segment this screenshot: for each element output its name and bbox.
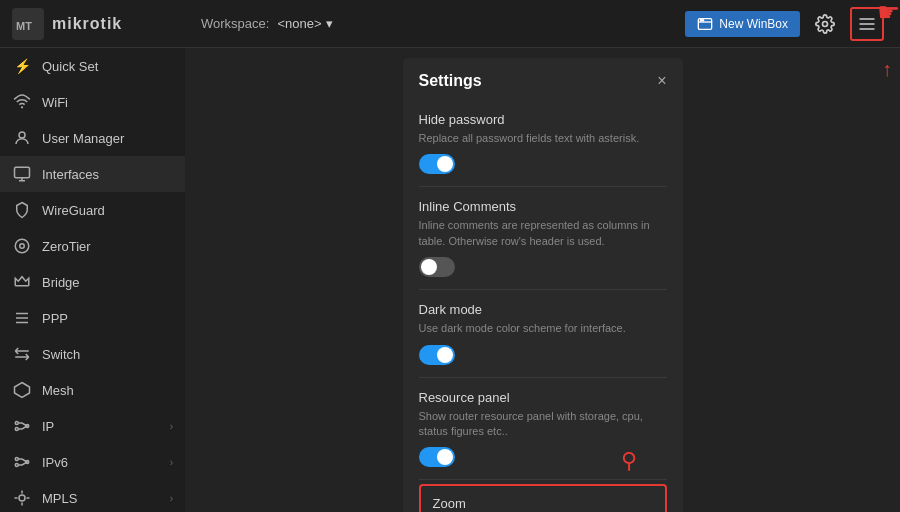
sidebar-item-ipv6[interactable]: IPv6 › [0,444,185,480]
sidebar-item-label: MPLS [42,491,77,506]
resource-panel-toggle[interactable] [419,447,455,467]
settings-icon-button[interactable] [808,7,842,41]
ppp-icon [12,308,32,328]
cursor-indicator: ⚲ [621,448,637,474]
hamburger-menu-button[interactable]: ☛ [850,7,884,41]
svg-point-11 [15,458,18,461]
modal-body: Hide password Replace all password field… [403,100,683,512]
hand-cursor-topbar: ☛ [877,0,900,28]
zoom-label: Zoom [433,496,653,511]
setting-resource-panel: Resource panel Show router resource pane… [419,378,667,481]
toggle-knob [437,347,453,363]
mpls-icon [12,488,32,508]
resource-panel-desc: Show router resource panel with storage,… [419,409,667,440]
sidebar-header: MT mikrotik [0,0,185,48]
content-area: ↑ Settings × Hide password Replace all p… [185,48,900,512]
svg-point-19 [823,21,828,26]
modal-header: Settings × [403,58,683,100]
sidebar-item-label: Quick Set [42,59,98,74]
sidebar-item-bridge[interactable]: Bridge [0,264,185,300]
workspace-select[interactable]: <none> ▾ [277,16,332,31]
chevron-right-icon: › [170,457,173,468]
sidebar-item-ppp[interactable]: PPP [0,300,185,336]
toggle-knob [437,449,453,465]
sidebar-item-label: Mesh [42,383,74,398]
svg-point-2 [21,106,23,108]
svg-point-9 [15,428,18,431]
chevron-right-icon: › [170,493,173,504]
hide-password-label: Hide password [419,112,667,127]
quick-set-icon: ⚡ [12,56,32,76]
setting-inline-comments: Inline Comments Inline comments are repr… [419,187,667,290]
main-area: Workspace: <none> ▾ New WinBox [185,0,900,512]
new-winbox-button[interactable]: New WinBox [685,11,800,37]
wireguard-icon [12,200,32,220]
new-winbox-label: New WinBox [719,17,788,31]
svg-point-12 [15,464,18,467]
sidebar-item-label: IPv6 [42,455,68,470]
inline-comments-toggle[interactable] [419,257,455,277]
chevron-down-icon: ▾ [326,16,333,31]
dark-mode-desc: Use dark mode color scheme for interface… [419,321,667,336]
inline-comments-label: Inline Comments [419,199,667,214]
interfaces-icon [12,164,32,184]
settings-modal: Settings × Hide password Replace all pas… [403,58,683,512]
svg-point-17 [701,19,702,20]
svg-rect-4 [15,167,30,178]
topbar: Workspace: <none> ▾ New WinBox [185,0,900,48]
dark-mode-toggle[interactable] [419,345,455,365]
svg-point-6 [20,244,25,249]
hide-password-toggle[interactable] [419,154,455,174]
svg-marker-7 [15,383,30,398]
bridge-icon [12,272,32,292]
sidebar-item-ip[interactable]: IP › [0,408,185,444]
toggle-knob [421,259,437,275]
dark-mode-label: Dark mode [419,302,667,317]
hide-password-desc: Replace all password fields text with as… [419,131,667,146]
workspace-value: <none> [277,16,321,31]
sidebar-item-quick-set[interactable]: ⚡ Quick Set [0,48,185,84]
sidebar-item-zerotier[interactable]: ZeroTier [0,228,185,264]
sidebar-item-label: Interfaces [42,167,99,182]
close-button[interactable]: × [657,73,666,89]
inline-comments-desc: Inline comments are represented as colum… [419,218,667,249]
svg-point-14 [19,495,25,501]
svg-point-5 [15,239,29,253]
sidebar-item-interfaces[interactable]: Interfaces [0,156,185,192]
sidebar: MT mikrotik ⚡ Quick Set WiFi User Manage… [0,0,185,512]
wifi-icon [12,92,32,112]
modal-overlay[interactable]: Settings × Hide password Replace all pas… [185,48,900,512]
setting-dark-mode: Dark mode Use dark mode color scheme for… [419,290,667,377]
mikrotik-logo: MT [12,8,44,40]
sidebar-item-wifi[interactable]: WiFi [0,84,185,120]
sidebar-item-label: Bridge [42,275,80,290]
sidebar-item-mesh[interactable]: Mesh [0,372,185,408]
workspace-label: Workspace: [201,16,269,31]
sidebar-item-label: Switch [42,347,80,362]
sidebar-item-label: ZeroTier [42,239,91,254]
ip-icon [12,416,32,436]
zerotier-icon [12,236,32,256]
winbox-icon [697,16,713,32]
chevron-right-icon: › [170,421,173,432]
sidebar-item-wireguard[interactable]: WireGuard [0,192,185,228]
svg-text:MT: MT [16,20,32,32]
svg-point-3 [19,132,25,138]
sidebar-item-label: User Manager [42,131,124,146]
setting-hide-password: Hide password Replace all password field… [419,100,667,187]
sidebar-item-user-manager[interactable]: User Manager [0,120,185,156]
user-manager-icon [12,128,32,148]
sidebar-item-switch[interactable]: Switch [0,336,185,372]
sidebar-item-label: WireGuard [42,203,105,218]
resource-panel-label: Resource panel [419,390,667,405]
modal-title: Settings [419,72,482,90]
app-name: mikrotik [52,15,122,33]
sidebar-item-label: PPP [42,311,68,326]
sidebar-item-mpls[interactable]: MPLS › [0,480,185,512]
svg-point-18 [703,19,704,20]
ipv6-icon [12,452,32,472]
sidebar-item-label: IP [42,419,54,434]
toggle-knob [437,156,453,172]
sidebar-item-label: WiFi [42,95,68,110]
zoom-section: Zoom Set interface zoom level or use Cmd… [419,484,667,512]
